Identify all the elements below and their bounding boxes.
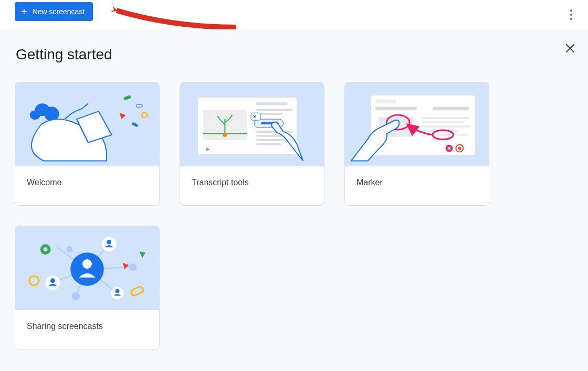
svg-point-13: [223, 133, 227, 137]
new-screencast-label: New screencast: [33, 7, 85, 16]
new-screencast-button[interactable]: + New screencast: [15, 2, 93, 21]
card-illustration: [345, 82, 489, 166]
sharing-illustration-icon: [15, 226, 159, 310]
svg-rect-20: [256, 139, 290, 141]
card-illustration: [15, 82, 159, 166]
transcript-illustration-icon: [180, 82, 324, 166]
svg-rect-62: [130, 285, 144, 296]
svg-point-53: [116, 289, 120, 293]
card-title: Transcript tools: [180, 166, 324, 199]
more-options-button[interactable]: [564, 7, 579, 22]
svg-point-8: [142, 112, 147, 118]
annotation-arrow: [100, 2, 242, 34]
svg-rect-28: [433, 107, 469, 110]
svg-point-61: [29, 276, 39, 285]
svg-rect-21: [256, 143, 281, 145]
svg-point-47: [82, 259, 92, 269]
svg-rect-32: [422, 125, 469, 128]
svg-rect-27: [375, 107, 417, 110]
svg-point-58: [44, 247, 48, 251]
panel-title: Getting started: [16, 46, 573, 63]
plus-icon: +: [21, 6, 27, 17]
getting-started-panel: Getting started: [0, 29, 588, 371]
svg-rect-16: [256, 109, 292, 111]
svg-point-39: [458, 147, 461, 150]
svg-marker-60: [139, 251, 145, 258]
card-welcome[interactable]: Welcome: [15, 82, 160, 206]
svg-rect-30: [422, 117, 469, 119]
svg-marker-59: [123, 263, 129, 269]
svg-rect-15: [256, 102, 288, 105]
topbar: + New screencast: [0, 0, 588, 29]
card-title: Welcome: [15, 166, 159, 199]
marker-illustration-icon: [345, 82, 489, 166]
card-title: Sharing screencasts: [15, 310, 159, 343]
svg-point-56: [129, 263, 136, 271]
svg-point-55: [66, 246, 72, 252]
kebab-dot: [570, 14, 572, 16]
svg-point-54: [71, 292, 80, 301]
kebab-dot: [570, 9, 572, 12]
svg-rect-19: [256, 135, 285, 137]
welcome-illustration-icon: [15, 82, 159, 166]
card-marker[interactable]: Marker: [344, 82, 489, 206]
card-transcript-tools[interactable]: Transcript tools: [180, 82, 324, 206]
card-sharing-screencasts[interactable]: Sharing screencasts: [15, 226, 160, 349]
svg-point-2: [30, 110, 40, 120]
close-icon: [565, 43, 575, 54]
cards-grid: Welcome: [15, 82, 573, 349]
svg-marker-7: [120, 113, 126, 119]
svg-point-46: [70, 252, 104, 286]
close-panel-button[interactable]: [561, 39, 580, 58]
svg-rect-9: [132, 122, 139, 128]
svg-line-4: [82, 103, 88, 109]
svg-rect-5: [123, 95, 131, 100]
svg-rect-24: [251, 113, 260, 120]
svg-rect-6: [136, 104, 142, 107]
card-illustration: [15, 226, 159, 310]
kebab-dot: [570, 18, 572, 20]
svg-rect-31: [422, 121, 464, 123]
svg-rect-26: [375, 99, 396, 103]
card-title: Marker: [345, 166, 489, 199]
card-illustration: [180, 82, 324, 166]
svg-rect-18: [256, 131, 292, 133]
svg-point-51: [50, 278, 55, 283]
svg-point-49: [107, 240, 111, 245]
